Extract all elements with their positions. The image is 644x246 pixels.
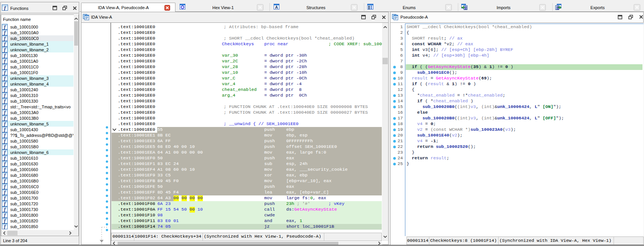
svg-text:A: A — [275, 5, 278, 10]
